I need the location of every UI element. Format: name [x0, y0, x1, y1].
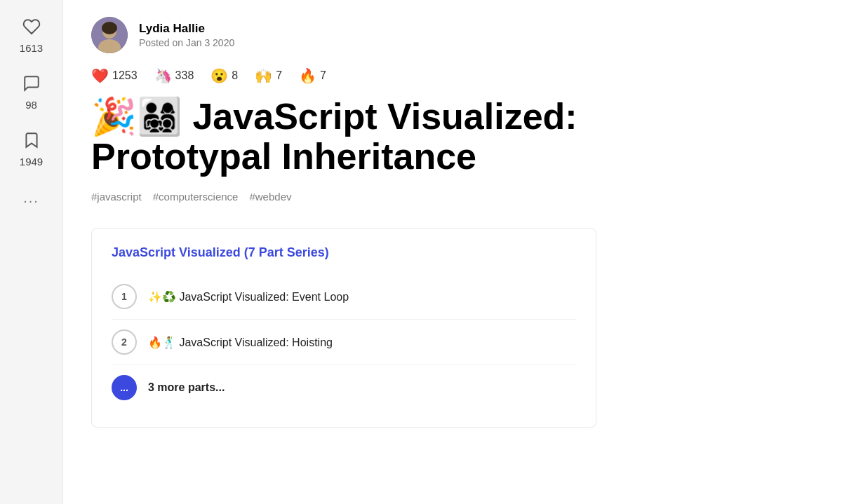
series-item-num: 2 — [112, 329, 137, 355]
post-title: 🎉👨‍👩‍👧‍👦 JavaScript Visualized: Prototyp… — [91, 97, 667, 177]
bookmark-count: 1949 — [20, 156, 43, 168]
series-item[interactable]: 2🔥🕺 JavaScript Visualized: Hoisting — [112, 320, 576, 365]
series-more-num: ... — [112, 375, 137, 400]
like-count: 1613 — [20, 42, 43, 54]
tag[interactable]: #webdev — [249, 191, 291, 203]
tags-row: #javascript#computerscience#webdev — [91, 191, 667, 203]
reaction-count: 1253 — [112, 69, 138, 82]
series-item[interactable]: 1✨♻️ JavaScript Visualized: Event Loop — [112, 274, 576, 320]
avatar — [91, 17, 128, 53]
svg-point-3 — [102, 22, 117, 34]
reaction-item[interactable]: 🙌 7 — [255, 67, 282, 84]
reaction-item[interactable]: 🦄 338 — [154, 67, 194, 84]
reaction-item[interactable]: ❤️ 1253 — [91, 67, 138, 84]
more-actions[interactable]: ... — [23, 190, 39, 206]
reaction-item[interactable]: 😮 8 — [210, 67, 238, 84]
reaction-emoji: 🙌 — [255, 67, 272, 84]
series-title: JavaScript Visualized (7 Part Series) — [112, 245, 576, 260]
comment-icon — [19, 71, 44, 96]
series-item-label: 🔥🕺 JavaScript Visualized: Hoisting — [148, 336, 333, 349]
bookmark-action[interactable]: 1949 — [19, 128, 44, 168]
reaction-emoji: 🦄 — [154, 67, 172, 84]
comment-action[interactable]: 98 — [19, 71, 44, 111]
sidebar: 1613 98 1949 ... — [0, 0, 63, 504]
reaction-count: 338 — [175, 69, 194, 82]
series-item[interactable]: ...3 more parts... — [112, 365, 576, 410]
comment-count: 98 — [25, 99, 37, 111]
tag[interactable]: #computerscience — [153, 191, 239, 203]
author-name[interactable]: Lydia Hallie — [139, 22, 234, 36]
reaction-count: 7 — [276, 69, 282, 82]
bookmark-icon — [19, 128, 44, 153]
title-emojis: 🎉👨‍👩‍👧‍👦 — [91, 96, 192, 137]
reactions-row: ❤️ 1253 🦄 338 😮 8 🙌 7 🔥 7 — [91, 67, 667, 84]
reaction-emoji: 😮 — [210, 67, 228, 84]
reaction-item[interactable]: 🔥 7 — [299, 67, 326, 84]
author-info: Lydia Hallie Posted on Jan 3 2020 — [139, 22, 234, 48]
avatar-image — [91, 17, 128, 53]
heart-icon — [19, 14, 44, 39]
series-more-label: 3 more parts... — [148, 381, 225, 394]
reaction-emoji: ❤️ — [91, 67, 109, 84]
tag[interactable]: #javascript — [91, 191, 142, 203]
series-box: JavaScript Visualized (7 Part Series) 1✨… — [91, 228, 596, 428]
reaction-emoji: 🔥 — [299, 67, 316, 84]
reaction-count: 7 — [320, 69, 326, 82]
post-date: Posted on Jan 3 2020 — [139, 37, 234, 48]
series-item-num: 1 — [112, 284, 137, 309]
like-action[interactable]: 1613 — [19, 14, 44, 54]
series-items: 1✨♻️ JavaScript Visualized: Event Loop2🔥… — [112, 274, 576, 410]
main-content: Lydia Hallie Posted on Jan 3 2020 ❤️ 125… — [63, 0, 695, 504]
author-header: Lydia Hallie Posted on Jan 3 2020 — [91, 17, 667, 53]
reaction-count: 8 — [232, 69, 238, 82]
series-item-label: ✨♻️ JavaScript Visualized: Event Loop — [148, 290, 349, 304]
